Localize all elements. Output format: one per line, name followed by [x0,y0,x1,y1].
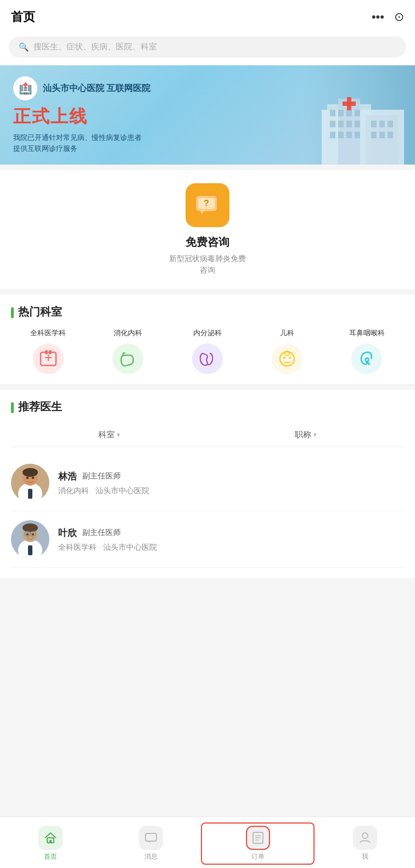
svg-point-40 [23,468,38,477]
filter-dept-label: 科室 [98,430,115,440]
svg-rect-29 [45,350,48,354]
svg-point-34 [283,357,285,359]
doctor-name-row-ye-xin: 叶欣 副主任医师 [58,527,404,539]
doctor-dept-lin-hao: 消化内科 汕头市中心医院 [58,486,404,496]
hot-depts-title: 热门科室 [11,305,404,319]
doctor-title-lin-hao: 副主任医师 [82,471,121,481]
dept-icon-ent [351,343,382,374]
svg-point-52 [32,533,35,536]
hot-depts-section: 热门科室 全科医学科 消化内科 [0,295,415,384]
scan-icon[interactable]: ⊙ [394,10,404,24]
consult-desc: 新型冠状病毒肺炎免费咨询 [169,253,246,276]
banner-desc-line1: 我院已开通针对常见病、慢性病复诊患者 [13,132,402,143]
svg-marker-27 [200,210,205,215]
search-input-wrap[interactable]: 🔍 搜医生、症状、疾病、医院、科室 [9,36,406,58]
filter-row: 科室 ▾ 职称 ▾ [11,423,404,447]
doctor-card-ye-xin[interactable]: 叶欣 副主任医师 全科医学科 汕头市中心医院 [11,511,404,568]
banner-main-title: 正式上线 [13,105,402,129]
search-icon: 🔍 [19,42,29,52]
consult-section[interactable]: ? 免费咨询 新型冠状病毒肺炎免费咨询 [0,170,415,289]
recommended-doctors-section: 推荐医生 科室 ▾ 职称 ▾ [0,390,415,578]
banner[interactable]: 🏥 汕头市中心医院 互联网医院 正式上线 我院已开通针对常见病、慢性病复诊患者 … [0,65,415,165]
banner-content: 🏥 汕头市中心医院 互联网医院 正式上线 我院已开通针对常见病、慢性病复诊患者 … [13,76,402,154]
banner-logo: 🏥 汕头市中心医院 互联网医院 [13,76,402,100]
filter-title-btn[interactable]: 职称 ▾ [295,430,317,440]
filter-dept-btn[interactable]: 科室 ▾ [98,430,120,440]
header-icons: ••• ⊙ [372,10,404,24]
hospital-logo-icon: 🏥 [19,82,32,95]
dept-item-general[interactable]: 全科医学科 [11,328,85,374]
dept-icon-pediatric [272,343,302,374]
doctor-title-ye-xin: 副主任医师 [82,528,121,538]
doctor-info-ye-xin: 叶欣 副主任医师 全科医学科 汕头市中心医院 [58,527,404,553]
banner-desc-line2: 提供互联网诊疗服务 [13,143,402,154]
dept-name-ent: 耳鼻咽喉科 [349,328,385,338]
banner-logo-circle: 🏥 [13,76,37,100]
svg-point-48 [23,523,38,532]
dept-item-pediatric[interactable]: 儿科 [250,328,324,374]
header: 首页 ••• ⊙ [0,0,415,32]
filter-dept-arrow: ▾ [117,431,120,438]
doctor-dept-ye-xin: 全科医学科 汕头市中心医院 [58,543,404,553]
recommended-doctors-title: 推荐医生 [11,399,404,414]
svg-point-33 [280,352,294,366]
svg-point-51 [26,533,29,536]
doctor-info-lin-hao: 林浩 副主任医师 消化内科 汕头市中心医院 [58,470,404,496]
doctor-avatar-lin-hao [11,464,49,502]
search-bar: 🔍 搜医生、症状、疾病、医院、科室 [0,32,415,65]
dept-name-pediatric: 儿科 [280,328,294,338]
doctor-avatar-ye-xin [11,520,49,559]
svg-rect-30 [49,350,52,354]
svg-point-35 [289,357,291,359]
dept-grid: 全科医学科 消化内科 内分泌 [11,328,404,374]
doctor-name-row-lin-hao: 林浩 副主任医师 [58,470,404,483]
svg-text:?: ? [204,199,209,208]
doctor-name-ye-xin: 叶欣 [58,527,77,539]
dept-name-endo: 内分泌科 [193,328,222,338]
dept-item-ent[interactable]: 耳鼻咽喉科 [330,328,404,374]
dept-item-gastro[interactable]: 消化内科 [91,328,165,374]
banner-hospital-name: 汕头市中心医院 互联网医院 [43,83,150,94]
consult-title: 免费咨询 [186,235,229,250]
dept-icon-general [33,343,64,374]
svg-point-44 [32,477,35,479]
doctor-name-lin-hao: 林浩 [58,470,77,483]
consult-icon: ? [186,183,229,227]
doctor-card-lin-hao[interactable]: 林浩 副主任医师 消化内科 汕头市中心医院 [11,455,404,511]
page-title: 首页 [11,9,35,25]
dept-name-general: 全科医学科 [30,328,66,338]
dept-icon-gastro [113,343,143,374]
filter-title-label: 职称 [295,430,311,440]
more-icon[interactable]: ••• [372,10,384,24]
svg-point-43 [26,477,29,479]
dept-icon-endo [192,343,223,374]
search-placeholder: 搜医生、症状、疾病、医院、科室 [33,42,157,52]
dept-name-gastro: 消化内科 [114,328,142,338]
dept-item-endo[interactable]: 内分泌科 [170,328,244,374]
filter-title-arrow: ▾ [313,431,317,438]
